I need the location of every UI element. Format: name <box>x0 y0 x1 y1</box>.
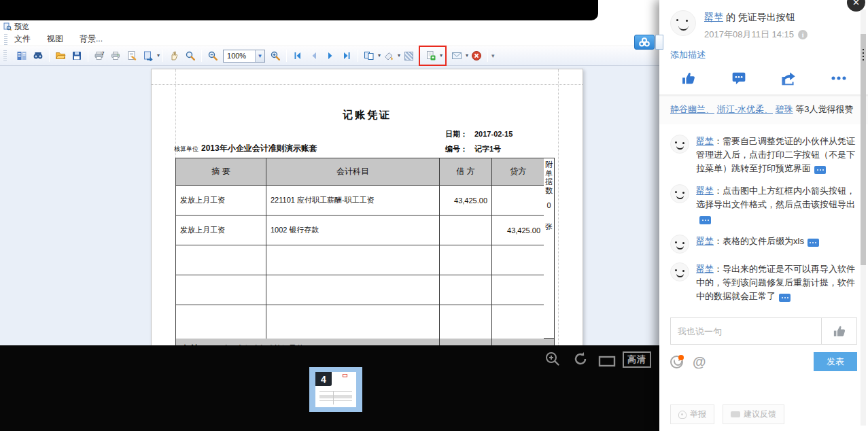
reply-icon[interactable] <box>814 166 826 174</box>
info-icon[interactable]: i <box>798 30 808 39</box>
voucher-row: 发放上月工资 221101 应付职工薪酬-职工工资 43,425.00 <box>176 186 545 216</box>
watermark-icon[interactable] <box>401 48 416 63</box>
fill-color-caret[interactable]: ▾ <box>398 53 400 58</box>
print-settings-icon[interactable]: 7 <box>92 48 107 63</box>
panel-scrollbar-thumb[interactable] <box>861 34 866 265</box>
nav-next-page-icon[interactable] <box>323 48 338 63</box>
feedback-button[interactable]: 建议反馈 <box>723 404 784 424</box>
page-layout-caret[interactable]: ▾ <box>378 53 381 58</box>
thumbnail-number-badge: 4 <box>315 372 332 386</box>
commenter-avatar[interactable] <box>670 235 689 254</box>
export-file-caret[interactable]: ▾ <box>440 53 442 58</box>
export-page-caret[interactable]: ▾ <box>157 53 160 58</box>
reply-icon[interactable] <box>779 294 791 302</box>
find-icon[interactable] <box>31 48 46 63</box>
quick-like-button[interactable] <box>821 318 856 344</box>
header-account: 会计科目 <box>266 158 440 186</box>
page-setup-icon[interactable] <box>124 48 139 63</box>
cloud-share-button[interactable] <box>634 35 655 50</box>
hand-pan-icon[interactable] <box>167 48 181 63</box>
author-link[interactable]: 罂埜 <box>704 12 723 22</box>
menubar-grip[interactable] <box>4 34 7 45</box>
liker-name[interactable]: 碧珠 <box>776 104 793 114</box>
post-date-line: 2017年08月11日 14:15 i <box>704 29 808 41</box>
zoom-combo-caret-icon[interactable]: ▼ <box>255 50 264 62</box>
export-page-icon[interactable] <box>141 48 156 63</box>
page-layout-icon[interactable] <box>362 48 377 63</box>
reply-icon[interactable] <box>699 216 711 224</box>
comment-toolbar: @ 发表 <box>670 352 857 371</box>
close-preview-icon[interactable] <box>469 48 484 63</box>
liker-name[interactable]: 静谷幽兰、 <box>670 104 714 114</box>
panel-scrollbar[interactable] <box>861 10 866 426</box>
toolbar-separator <box>286 50 287 62</box>
lightbox-fullscreen-icon[interactable] <box>598 353 616 370</box>
commenter-name[interactable]: 罂埜 <box>696 136 714 146</box>
commenter-name[interactable]: 罂埜 <box>696 264 714 274</box>
lightbox-refresh-icon[interactable] <box>572 350 589 368</box>
commenter-avatar[interactable] <box>670 184 689 203</box>
image-title: 凭证导出按钮 <box>738 12 795 22</box>
post-date: 2017年08月11日 14:15 <box>704 29 794 41</box>
screenshot-stage: 预览 文件 视图 背景... <box>0 0 868 431</box>
zoom-out-icon[interactable] <box>205 48 220 63</box>
lightbox-zoom-in-icon[interactable] <box>544 350 561 368</box>
comment-input[interactable] <box>671 318 821 344</box>
commenter-name[interactable]: 罂埜 <box>696 186 714 196</box>
more-icon[interactable] <box>814 71 864 86</box>
save-icon[interactable] <box>69 48 84 63</box>
hd-toggle-button[interactable]: 高清 <box>623 351 651 368</box>
header-summary: 摘 要 <box>176 158 266 186</box>
menu-background[interactable]: 背景... <box>80 33 103 45</box>
three-circles-icon <box>638 37 650 47</box>
commenter-avatar[interactable] <box>670 135 689 154</box>
toolbar-separator <box>358 50 358 62</box>
cell-summary: 发放上月工资 <box>176 186 266 216</box>
commenter-name[interactable]: 罂埜 <box>696 236 714 246</box>
fill-color-icon[interactable] <box>381 48 396 63</box>
zoom-in-icon[interactable] <box>268 48 283 63</box>
commenter-avatar[interactable] <box>670 262 689 281</box>
menu-file[interactable]: 文件 <box>14 33 31 45</box>
comment-input-row <box>670 317 857 345</box>
share-icon[interactable] <box>764 71 814 86</box>
mail-icon[interactable] <box>449 48 464 63</box>
cell-account: 221101 应付职工薪酬-职工工资 <box>266 186 440 216</box>
report-button[interactable]: 举报 <box>670 404 714 424</box>
comment-item: 罂埜：需要自己调整凭证的小伙伴从凭证管理进入后，点击打印二字按钮（不是下拉菜单）… <box>670 135 858 175</box>
lightbox-bottom-bar: 高清 4 <box>0 345 659 431</box>
export-file-icon[interactable] <box>423 48 438 63</box>
document-viewport[interactable]: 记账凭证 日期：2017-02-15 核算单位2013年小企业会计准则演示账套 … <box>0 66 659 345</box>
comment-item: 罂埜：表格的文件后缀为xls <box>670 235 858 254</box>
voucher-table: 摘 要 会计科目 借 方 贷方 发放上月工资 221101 应付职工薪酬-职工工… <box>175 158 555 339</box>
like-icon[interactable] <box>663 71 714 86</box>
liker-name[interactable]: 浙江-水优柔、 <box>717 104 773 114</box>
mention-icon[interactable]: @ <box>693 355 706 368</box>
thumbnail-item-selected[interactable]: 4 <box>309 367 362 412</box>
open-file-icon[interactable] <box>53 48 68 63</box>
publish-button[interactable]: 发表 <box>814 352 857 371</box>
image-title-line: 罂埜 的 凭证导出按钮 <box>704 12 808 24</box>
toolbar-grip[interactable] <box>3 50 7 61</box>
reply-icon[interactable] <box>808 239 819 247</box>
comment-icon[interactable] <box>714 71 764 86</box>
comment-list: 罂埜：需要自己调整凭证的小伙伴从凭证管理进入后，点击打印二字按钮（不是下拉菜单）… <box>659 124 868 312</box>
toolbar-overflow-caret[interactable]: ▾ <box>491 53 495 59</box>
export-highlight-box: ▾ <box>419 46 447 66</box>
partially-hidden-button[interactable] <box>655 35 663 50</box>
zoom-tool-icon[interactable] <box>183 48 198 63</box>
scrollbar-grip-dots <box>863 49 864 50</box>
author-avatar[interactable] <box>670 10 696 36</box>
print-icon[interactable] <box>108 48 123 63</box>
add-description-link[interactable]: 添加描述 <box>670 49 857 61</box>
zoom-level-combo[interactable]: 100% ▼ <box>223 50 265 63</box>
total-debit: 43425.00 <box>440 339 492 345</box>
mail-caret[interactable]: ▾ <box>466 53 468 58</box>
emoji-icon[interactable] <box>670 356 683 368</box>
nav-prev-page-icon[interactable] <box>307 48 322 63</box>
toolbar: 7 ▾ 100% ▼ <box>0 46 659 66</box>
nav-first-page-icon[interactable] <box>290 48 305 63</box>
menu-view[interactable]: 视图 <box>47 33 63 45</box>
print-preview-icon[interactable] <box>14 48 29 63</box>
nav-last-page-icon[interactable] <box>339 48 354 63</box>
